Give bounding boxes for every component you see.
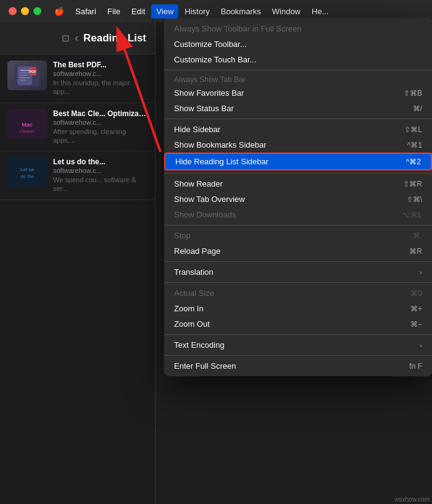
menu-show-downloads[interactable]: Show Downloads ⌥⌘L	[164, 207, 432, 222]
menu-item-label: Translation	[174, 267, 420, 277]
menu-item-label: Show Favorites Bar	[174, 88, 404, 98]
menu-reload-page[interactable]: Reload Page ⌘R	[164, 243, 432, 259]
menu-item-shortcut: ⌘0	[410, 289, 422, 298]
menu-customize-touch-bar[interactable]: Customize Touch Bar...	[164, 52, 432, 67]
menu-item-shortcut: ⌘+	[410, 304, 422, 313]
close-button[interactable]	[9, 7, 17, 15]
menu-bookmarks[interactable]: Bookmarks	[216, 4, 266, 19]
menu-item-label: Show Reader	[174, 179, 403, 188]
menu-item-label: Enter Full Screen	[174, 361, 409, 371]
watermark: wsxhow.com	[394, 496, 430, 503]
item-domain: softwarehow.c...	[53, 70, 147, 77]
menu-window[interactable]: Window	[267, 4, 305, 19]
menu-separator	[164, 282, 432, 283]
list-item[interactable]: Mac Cleaner Best Mac Cle... Optimization…	[0, 103, 155, 152]
menu-item-shortcut: fn F	[409, 362, 422, 371]
svg-text:Mac: Mac	[22, 122, 33, 128]
menu-item-shortcut: ⇧⌘\	[407, 195, 422, 204]
menu-item-shortcut: ⇧⌘B	[404, 89, 422, 98]
menu-show-bookmarks-sidebar[interactable]: Show Bookmarks Sidebar ^⌘1	[164, 137, 432, 153]
menu-item-label: Always Show Toolbar in Full Screen	[174, 24, 422, 33]
menu-apple[interactable]: 🍎	[49, 4, 69, 19]
maximize-button[interactable]	[33, 7, 41, 15]
menu-item-shortcut: ⌘−	[410, 320, 422, 329]
menu-item-label: Reload Page	[174, 246, 409, 256]
menu-enter-full-screen[interactable]: Enter Full Screen fn F	[164, 358, 432, 374]
menu-section-header: Always Show Tab Bar	[164, 73, 432, 85]
svg-rect-5	[20, 77, 30, 78]
menu-edit[interactable]: Edit	[127, 4, 150, 19]
sidebar: ⊡ ‹ Reading List PDF The Best PDF... sof…	[0, 22, 156, 504]
svg-text:Cleaner: Cleaner	[20, 129, 35, 133]
menu-show-reader[interactable]: Show Reader ⇧⌘R	[164, 176, 432, 191]
chevron-right-icon: ›	[420, 269, 422, 276]
menu-zoom-out[interactable]: Zoom Out ⌘−	[164, 316, 432, 332]
menu-item-shortcut: ^⌘1	[407, 141, 422, 149]
menu-hide-sidebar[interactable]: Hide Sidebar ⇧⌘L	[164, 122, 432, 137]
menu-help[interactable]: He...	[307, 4, 333, 19]
menu-item-shortcut: ^⌘2	[406, 158, 421, 166]
menu-show-favorites-bar[interactable]: Show Favorites Bar ⇧⌘B	[164, 85, 432, 101]
menu-translation[interactable]: Translation ›	[164, 264, 432, 280]
svg-rect-6	[20, 80, 26, 81]
svg-rect-12	[7, 158, 47, 187]
item-title: Best Mac Cle... Optimization...	[53, 109, 147, 118]
menu-separator	[164, 173, 432, 174]
menu-view[interactable]: View	[151, 4, 178, 19]
menu-actual-size[interactable]: Actual Size ⌘0	[164, 285, 432, 301]
menu-item-label: Customize Touch Bar...	[174, 55, 422, 64]
menu-item-label: Show Downloads	[174, 210, 402, 219]
menu-separator	[164, 70, 432, 70]
menu-item-label: Zoom In	[174, 304, 410, 313]
menu-stop[interactable]: Stop ⌘.	[164, 228, 432, 243]
svg-text:PDF: PDF	[29, 70, 36, 74]
menu-file[interactable]: File	[102, 4, 125, 19]
svg-rect-2	[20, 70, 30, 71]
minimize-button[interactable]	[21, 7, 29, 15]
menu-item-label: Customize Toolbar...	[174, 40, 422, 49]
list-item[interactable]: PDF The Best PDF... softwarehow.c... In …	[0, 54, 155, 103]
menu-item-shortcut: ⌥⌘L	[402, 211, 422, 219]
item-domain: softwarehow.c...	[53, 119, 147, 126]
menu-separator	[164, 261, 432, 262]
menu-item-shortcut: ⌘.	[413, 232, 422, 240]
menu-hide-reading-list-sidebar[interactable]: Hide Reading List Sidebar ^⌘2	[164, 153, 432, 170]
menu-history[interactable]: History	[180, 4, 214, 19]
menu-show-status-bar[interactable]: Show Status Bar ⌘/	[164, 101, 432, 116]
list-item[interactable]: Let us do the Let us do the... softwareh…	[0, 151, 155, 200]
window-controls	[9, 7, 41, 15]
menu-item-label: Text Encoding	[174, 340, 420, 350]
menu-text-encoding[interactable]: Text Encoding ›	[164, 337, 432, 353]
menu-item-label: Show Tab Overview	[174, 195, 407, 204]
menu-item-shortcut: ⇧⌘R	[403, 180, 422, 188]
menu-separator	[164, 225, 432, 225]
item-content: The Best PDF... softwarehow.c... In this…	[53, 61, 147, 96]
menu-item-label: Show Status Bar	[174, 104, 413, 113]
sidebar-back-button[interactable]: ‹	[75, 32, 78, 44]
item-title: Let us do the...	[53, 158, 147, 166]
chevron-right-icon: ›	[420, 342, 422, 349]
svg-rect-4	[20, 75, 27, 76]
menu-item-label: Show Bookmarks Sidebar	[174, 140, 407, 149]
menu-item-label: Hide Sidebar	[174, 125, 404, 134]
menu-item-label: Hide Reading List Sidebar	[175, 157, 406, 166]
view-dropdown-menu: Always Show Toolbar in Full Screen Custo…	[164, 19, 432, 376]
sidebar-header: ⊡ ‹ Reading List	[0, 22, 155, 54]
item-desc: We spend cou... software & ser...	[53, 175, 147, 193]
menu-item-label: Zoom Out	[174, 319, 410, 329]
menu-item-shortcut: ⇧⌘L	[404, 125, 422, 134]
menu-safari[interactable]: Safari	[70, 4, 101, 19]
item-desc: After spending, cleaning apps,...	[53, 127, 147, 145]
menu-item-label: Stop	[174, 231, 413, 240]
sidebar-panel-icon: ⊡	[62, 33, 70, 44]
menu-always-show-toolbar[interactable]: Always Show Toolbar in Full Screen	[164, 21, 432, 36]
item-thumbnail: Mac Cleaner	[7, 109, 47, 139]
menu-item-shortcut: ⌘/	[413, 104, 422, 113]
menu-item-label: Actual Size	[174, 288, 410, 298]
menu-separator	[164, 334, 432, 335]
menu-show-tab-overview[interactable]: Show Tab Overview ⇧⌘\	[164, 191, 432, 207]
menu-zoom-in[interactable]: Zoom In ⌘+	[164, 301, 432, 316]
menu-separator	[164, 355, 432, 356]
menu-customize-toolbar[interactable]: Customize Toolbar...	[164, 36, 432, 52]
item-content: Let us do the... softwarehow.c... We spe…	[53, 158, 147, 193]
